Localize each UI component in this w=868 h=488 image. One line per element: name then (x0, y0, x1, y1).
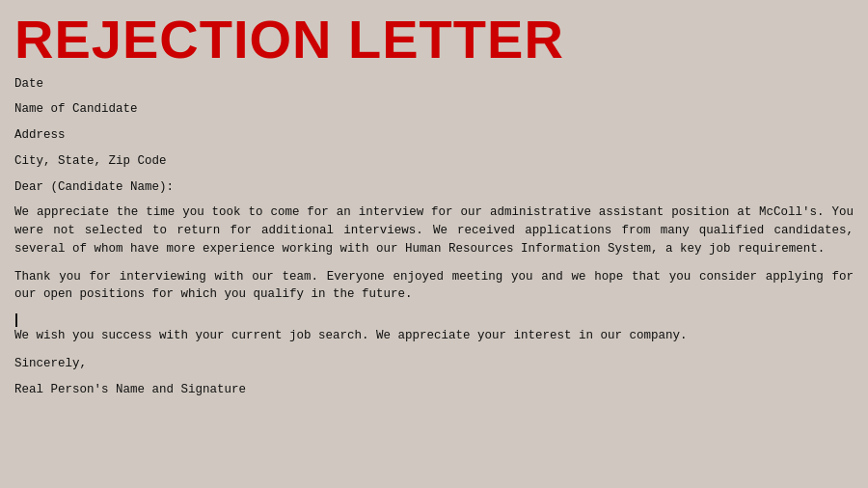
address-label: Address (14, 128, 66, 142)
name-label: Name of Candidate (14, 102, 138, 116)
signature: Real Person's Name and Signature (14, 383, 246, 396)
cursor-line (14, 313, 854, 327)
date-line: Date (14, 75, 854, 94)
page: REJECTION LETTER Date Name of Candidate … (0, 0, 868, 488)
paragraph-1: We appreciate the time you took to come … (14, 203, 854, 258)
text-cursor (15, 313, 17, 327)
letter-body: Date Name of Candidate Address City, Sta… (0, 75, 868, 399)
salutation-line: Dear (Candidate Name): (14, 178, 854, 197)
page-title: REJECTION LETTER (0, 0, 868, 75)
date-label: Date (14, 77, 43, 91)
city-line: City, State, Zip Code (14, 152, 854, 171)
city-label: City, State, Zip Code (14, 154, 167, 168)
paragraph-2: Thank you for interviewing with our team… (14, 268, 854, 305)
paragraph-3: We wish you success with your current jo… (14, 327, 854, 345)
address-line: Address (14, 126, 854, 145)
name-line: Name of Candidate (14, 100, 854, 119)
closing-line: Sincerely, (14, 355, 854, 373)
signature-line: Real Person's Name and Signature (14, 381, 854, 399)
closing: Sincerely, (14, 357, 87, 370)
salutation: Dear (Candidate Name): (14, 180, 174, 194)
